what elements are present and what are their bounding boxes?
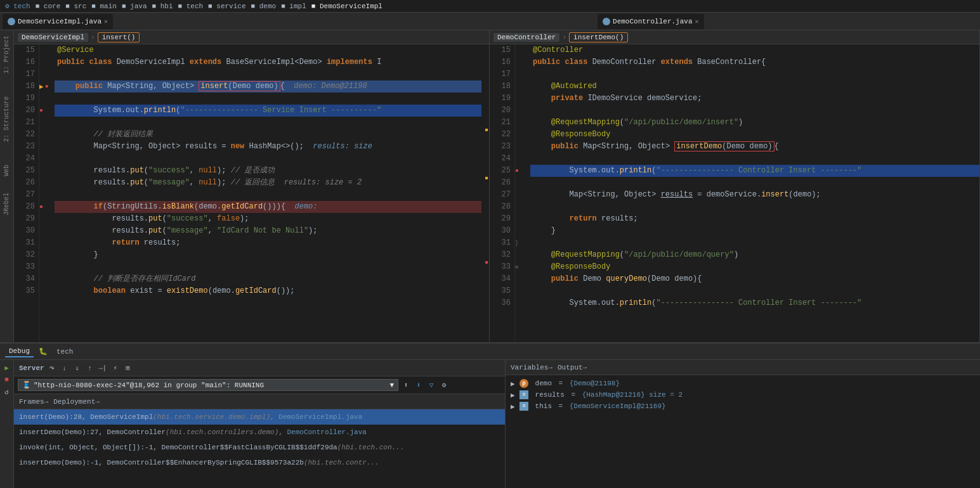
var-equals-results: = (567, 391, 580, 399)
deployment-label[interactable]: Deployment→ (53, 398, 100, 406)
export-btn[interactable]: ⬆ (401, 380, 411, 390)
tab-demo-controller[interactable]: DemoController.java ✕ (598, 14, 703, 29)
left-right-gutter (481, 44, 489, 342)
frame-item-0[interactable]: insert(Demo):28, DemoServiceImpl (hbi.te… (14, 409, 505, 425)
module-src[interactable]: ■ src (65, 3, 86, 10)
filter-btn[interactable]: ▽ (426, 380, 436, 390)
frames-list[interactable]: insert(Demo):28, DemoServiceImpl (hbi.te… (14, 409, 505, 488)
gear-btn[interactable]: ⚙ (439, 380, 449, 390)
var-item-results[interactable]: ▶ ≡ results = {HashMap@21216} size = 2 (506, 389, 980, 401)
sidebar-structure[interactable]: 2: Structure (3, 94, 10, 144)
thread-dropdown[interactable]: 🧵 "http-nio-8080-exec-24"@18,962 in grou… (18, 379, 398, 391)
module-core[interactable]: ■ core (36, 3, 61, 10)
code-line-26: results.put("message", null); // 返回信息 re… (55, 177, 481, 189)
var-name-demo: demo (531, 380, 552, 387)
variables-panel[interactable]: ▶ p demo = {Demo@21198} ▶ ≡ results = {H… (506, 375, 980, 488)
debug-toolbar: ▶ ■ ↺ (0, 360, 14, 488)
var-icon-demo: p (519, 379, 528, 388)
module-tech[interactable]: ■ tech (178, 3, 204, 10)
var-toggle-results[interactable]: ▶ (511, 391, 517, 399)
resume-button[interactable]: ▶ (2, 363, 12, 373)
r-code-line-27: Map<String, Object> results = demoServic… (530, 189, 979, 201)
step-into-btn[interactable]: ↓ (60, 363, 70, 373)
import-btn[interactable]: ⬇ (414, 380, 424, 390)
output-label[interactable]: Output→ (558, 364, 587, 371)
editor-area: 1: Project 2: Structure Web JRebel DemoS… (0, 30, 980, 342)
code-line-18: public Map<String, Object> insert(Demo d… (55, 80, 481, 93)
right-code-area[interactable]: @Controller public class DemoController … (528, 44, 979, 342)
tab-demo-service-impl[interactable]: DemoServiceImpl.java ✕ (3, 14, 113, 29)
debug-tab-bar: Debug 🐛 tech (0, 344, 980, 360)
module-impl[interactable]: ■ impl (281, 3, 306, 10)
stop-button[interactable]: ■ (2, 375, 12, 385)
code-line-19 (55, 93, 481, 105)
rerun-button[interactable]: ↺ (2, 387, 12, 397)
frames-label[interactable]: Frames→ (19, 398, 48, 406)
frame-italic-0: (hbi.tech.service.demo.impl) (153, 411, 270, 423)
eval-btn[interactable]: ⚡ (110, 363, 121, 373)
var-toggle-this[interactable]: ▶ (511, 402, 517, 411)
left-breadcrumb-method[interactable]: insert() (98, 32, 140, 42)
settings-debug-btn[interactable]: ⊞ (123, 363, 133, 373)
step-out-btn[interactable]: ↑ (85, 363, 95, 373)
r-code-line-20 (530, 105, 979, 117)
module-hbi[interactable]: ■ hbi (152, 3, 173, 10)
sidebar-jrebel[interactable]: JRebel (3, 190, 10, 218)
breadcrumb-separator-right: › (562, 34, 566, 41)
code-line-23: Map<String, Object> results = new HashMa… (55, 141, 481, 153)
frame-italic-2: (hbi.tech.con... (337, 442, 405, 453)
module-demo[interactable]: ■ demo (251, 3, 277, 10)
code-line-25: results.put("success", null); // 是否成功 (55, 165, 481, 177)
code-line-22: // 封装返回结果 (55, 129, 481, 141)
left-editor-body: 1516171819 2021222324 2526272829 3031323… (14, 44, 489, 342)
var-toggle-demo[interactable]: ▶ (511, 380, 517, 388)
java-icon-left (8, 18, 15, 25)
chevron-down-icon: ▼ (389, 382, 394, 389)
variables-label[interactable]: Variables→ (511, 364, 552, 371)
thread-icon: 🧵 (22, 381, 31, 389)
right-breadcrumb-class[interactable]: DemoController (493, 33, 559, 42)
var-item-demo[interactable]: ▶ p demo = {Demo@21198} (506, 378, 980, 389)
r-code-line-16: public class DemoController extends Base… (530, 56, 979, 68)
module-main[interactable]: ■ main (91, 3, 117, 10)
sidebar-web[interactable]: Web (3, 162, 10, 179)
server-label: Server (19, 364, 44, 372)
frame-text-1: insertDemo(Demo):27, DemoController (19, 427, 166, 438)
step-over-btn[interactable]: ↷ (47, 363, 57, 373)
frame-item-2[interactable]: invoke(int, Object, Object[]):-1, DemoCo… (14, 440, 505, 455)
left-breadcrumb-class[interactable]: DemoServiceImpl (18, 33, 88, 42)
tech-tab[interactable]: tech (53, 347, 77, 357)
sidebar-project[interactable]: 1: Project (3, 33, 10, 76)
breakpoint-20[interactable]: ● (39, 107, 43, 114)
var-name-results: results (531, 391, 565, 399)
r-code-line-32: @RequestMapping("/api/public/demo/query"… (530, 249, 979, 261)
breakpoint-28[interactable]: ● (39, 203, 43, 210)
module-service[interactable]: ■ service (208, 3, 245, 10)
frame-item-3[interactable]: insertDemo(Demo):-1, DemoController$$Enh… (14, 455, 505, 470)
force-step-into-btn[interactable]: ⇓ (72, 363, 82, 373)
left-editor-pane: DemoServiceImpl › insert() 1516171819 20… (14, 30, 490, 342)
breakpoint-18[interactable]: ● (45, 83, 49, 90)
frame-item-1[interactable]: insertDemo(Demo):27, DemoController (hbi… (14, 425, 505, 440)
project-icon: ⚙ tech (5, 2, 30, 10)
frame-text-3: insertDemo(Demo):-1, DemoController$$Enh… (19, 457, 304, 468)
close-left-tab[interactable]: ✕ (104, 18, 108, 25)
code-line-35: boolean exist = existDemo(demo.getIdCard… (55, 285, 481, 297)
r-code-line-19: private IDemoService demoService; (530, 93, 979, 105)
code-line-15: @Service (55, 44, 481, 56)
r-code-line-26 (530, 177, 979, 189)
frame-italic-3: (hbi.tech.contr... (304, 457, 379, 468)
run-cursor-btn[interactable]: →| (98, 363, 108, 373)
debug-tab[interactable]: Debug (5, 346, 34, 357)
r-code-line-21: @RequestMapping("/api/public/demo/insert… (530, 117, 979, 129)
var-item-this[interactable]: ▶ ≡ this = {DemoServiceImpl@21169} (506, 401, 980, 412)
breadcrumb-separator-left: › (91, 34, 95, 41)
left-code-area[interactable]: @Service public class DemoServiceImpl ex… (52, 44, 481, 342)
module-java[interactable]: ■ java (122, 3, 147, 10)
close-right-tab[interactable]: ✕ (695, 18, 698, 25)
code-line-28: if(StringUtils.isBlank(demo.getIdCard())… (55, 201, 481, 213)
file-name[interactable]: ■ DemoServiceImpl (311, 3, 382, 10)
code-line-17 (55, 68, 481, 80)
r-code-line-31 (530, 237, 979, 249)
right-breadcrumb-method[interactable]: insertDemo() (569, 32, 628, 42)
